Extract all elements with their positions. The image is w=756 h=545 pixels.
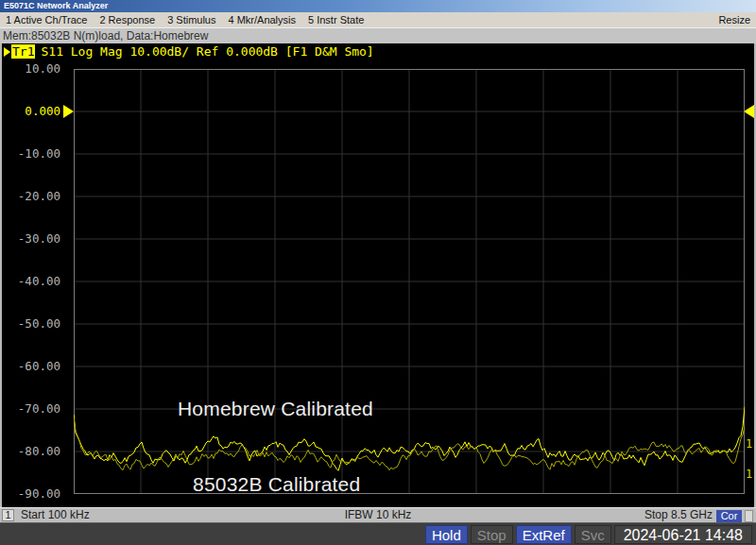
- memory-trace-label: Mem:85032B N(m)load, Data:Homebrew: [3, 29, 208, 43]
- stop-indicator: Stop: [471, 525, 513, 544]
- menu-item-4-mkr-analysis[interactable]: 4 Mkr/Analysis: [228, 12, 296, 27]
- ifbw-value: IFBW 10 kHz: [0, 508, 756, 522]
- ref-level-value: 0.000: [0, 104, 60, 118]
- hold-indicator: Hold: [425, 525, 468, 544]
- title-bar: E5071C Network Analyzer: [0, 0, 756, 12]
- window-title: E5071C Network Analyzer: [4, 1, 108, 10]
- extref-indicator: ExtRef: [516, 525, 572, 544]
- trace-number-label: 1: [746, 468, 752, 480]
- y-axis-tick: -30.00: [0, 231, 60, 246]
- y-axis-tick: -20.00: [0, 189, 60, 203]
- menu-items: 1 Active Ch/Trace2 Response3 Stimulus4 M…: [6, 12, 364, 27]
- analyzer-window: E5071C Network Analyzer 1 Active Ch/Trac…: [0, 0, 756, 545]
- resize-button[interactable]: Resize: [718, 12, 750, 27]
- channel-status-bar: 1 Start 100 kHz IFBW 10 kHz Stop 8.5 GHz…: [0, 507, 756, 522]
- y-axis-tick: -60.00: [0, 359, 60, 373]
- trace-header: Tr1 S11 Log Mag 10.00dB/ Ref 0.000dB [F1…: [4, 44, 374, 59]
- svc-indicator: Svc: [575, 525, 611, 544]
- instrument-status-bar: Hold Stop ExtRef Svc 2024-06-21 14:48: [0, 522, 756, 545]
- trace-settings: S11 Log Mag 10.00dB/ Ref 0.000dB [F1 D&M…: [41, 44, 373, 59]
- annotation-85032b-calibrated: 85032B Calibrated: [193, 473, 360, 496]
- y-axis-tick: -40.00: [0, 274, 60, 288]
- y-axis-tick: -70.00: [0, 401, 60, 416]
- measurement-plot: [74, 69, 745, 494]
- menu-bar: 1 Active Ch/Trace2 Response3 Stimulus4 M…: [0, 12, 756, 27]
- ref-level-marker-right-icon: [744, 105, 754, 118]
- y-axis-tick: -90.00: [0, 486, 60, 501]
- display-area: Tr1 S11 Log Mag 10.00dB/ Ref 0.000dB [F1…: [0, 43, 756, 507]
- ref-level-marker-left-icon: [63, 105, 74, 118]
- trace-number-label: 1: [746, 438, 752, 450]
- stop-frequency: Stop 8.5 GHz: [644, 508, 713, 522]
- correction-badge: Cor: [716, 510, 742, 522]
- y-axis-tick: -10.00: [0, 146, 60, 161]
- trace-id[interactable]: Tr1: [11, 44, 35, 59]
- active-trace-arrow-icon: [4, 47, 10, 57]
- menu-item-5-instr-state[interactable]: 5 Instr State: [308, 12, 364, 27]
- datetime-display: 2024-06-21 14:48: [614, 525, 752, 544]
- menu-item-1-active-ch-trace[interactable]: 1 Active Ch/Trace: [6, 12, 87, 27]
- y-axis-tick: 10.00: [0, 61, 60, 76]
- memory-trace-bar: Mem:85032B N(m)load, Data:Homebrew: [0, 27, 756, 43]
- status-box: [745, 510, 753, 522]
- menu-item-3-stimulus[interactable]: 3 Stimulus: [167, 12, 215, 27]
- y-axis-tick: -80.00: [0, 444, 60, 458]
- annotation-homebrew-calibrated: Homebrew Calibrated: [178, 398, 373, 420]
- menu-item-2-response[interactable]: 2 Response: [99, 12, 155, 27]
- y-axis-tick: -50.00: [0, 316, 60, 331]
